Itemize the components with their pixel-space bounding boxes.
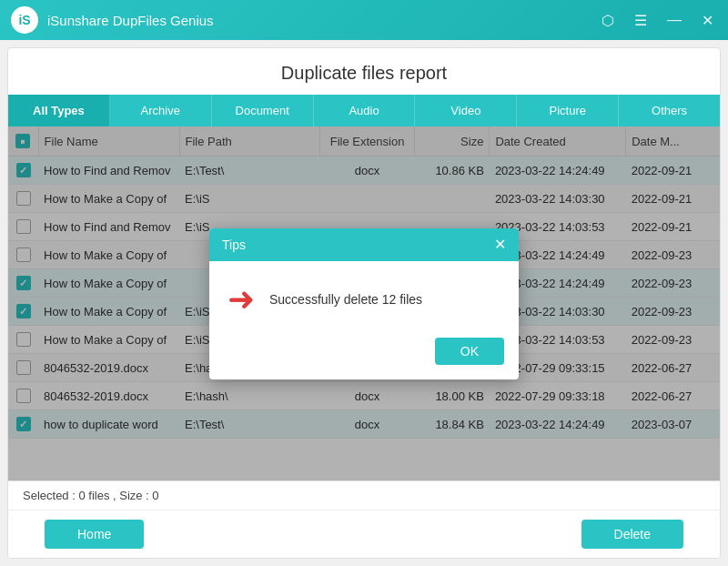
tab-audio[interactable]: Audio (314, 95, 416, 126)
tab-others[interactable]: Others (619, 95, 720, 126)
app-title: iSunshare DupFiles Genius (47, 13, 598, 28)
modal-message: Successfully delete 12 files (269, 292, 422, 307)
tab-archive[interactable]: Archive (110, 95, 212, 126)
minimize-icon[interactable]: — (663, 10, 685, 30)
tabs-bar: All Types Archive Document Audio Video P… (8, 95, 720, 126)
tab-picture[interactable]: Picture (517, 95, 619, 126)
page-title: Duplicate files report (8, 48, 720, 95)
app-logo: iS (11, 6, 38, 34)
modal-header: Tips ✕ (209, 228, 519, 261)
status-bar: Selected : 0 files , Size : 0 (8, 480, 720, 510)
table-container: File Name File Path File Extension Size … (8, 126, 720, 480)
tab-video[interactable]: Video (415, 95, 517, 126)
menu-icon[interactable]: ☰ (631, 10, 651, 31)
modal-title: Tips (222, 238, 246, 252)
titlebar: iS iSunshare DupFiles Genius ⬡ ☰ — ✕ (0, 0, 728, 40)
modal-body: ➜ Successfully delete 12 files (209, 261, 519, 330)
share-icon[interactable]: ⬡ (598, 10, 618, 31)
ok-button[interactable]: OK (435, 338, 504, 365)
status-text: Selected : 0 files , Size : 0 (23, 489, 159, 502)
modal-close-button[interactable]: ✕ (494, 238, 506, 252)
arrow-icon: ➜ (228, 283, 255, 316)
home-button[interactable]: Home (45, 520, 144, 549)
tab-document[interactable]: Document (212, 95, 314, 126)
main-container: Duplicate files report All Types Archive… (7, 47, 721, 559)
delete-button[interactable]: Delete (581, 520, 683, 549)
tips-modal: Tips ✕ ➜ Successfully delete 12 files OK (209, 228, 519, 379)
footer: Home Delete (8, 510, 720, 558)
modal-footer: OK (209, 330, 519, 379)
close-icon[interactable]: ✕ (698, 10, 717, 31)
window-controls: ⬡ ☰ — ✕ (598, 10, 717, 31)
modal-overlay: Tips ✕ ➜ Successfully delete 12 files OK (8, 126, 720, 480)
tab-all-types[interactable]: All Types (8, 95, 110, 126)
